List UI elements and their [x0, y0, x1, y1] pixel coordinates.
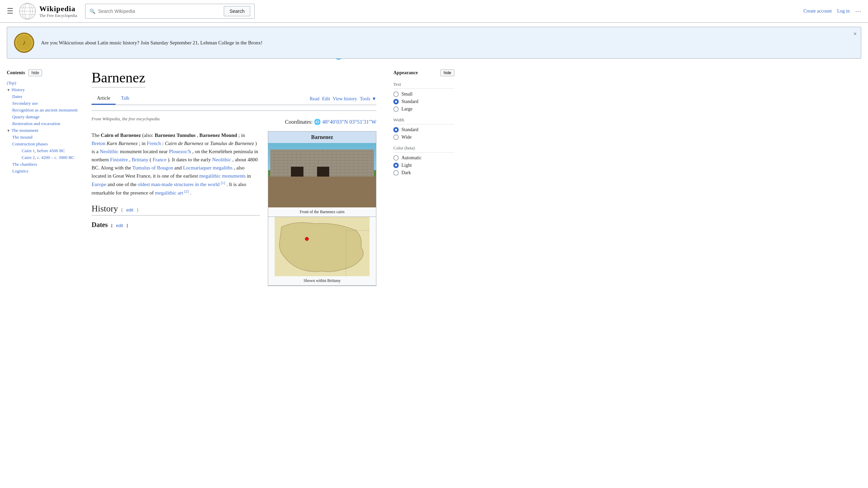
toc-link-history[interactable]: History: [12, 87, 25, 93]
text-standard-option[interactable]: Standard: [393, 99, 454, 104]
toc-header: Contents hide: [7, 69, 78, 76]
intro-monument: monument located near: [120, 149, 169, 154]
width-wide-radio[interactable]: [393, 135, 399, 140]
cairn-bold: Cairn of Barnenez: [101, 133, 141, 138]
coordinates-value[interactable]: 48°40′03″N 03°51′31″W: [322, 119, 376, 125]
intro-end: .: [190, 190, 191, 196]
color-section: Color (beta) Automatic Light Dark: [393, 145, 454, 176]
color-light-label: Light: [401, 163, 412, 168]
color-dark-option[interactable]: Dark: [393, 170, 454, 176]
appearance-hide-button[interactable]: hide: [440, 69, 454, 76]
toc-link-secondary-use[interactable]: Secondary use: [12, 101, 38, 106]
intro-text-before: The: [92, 133, 101, 138]
color-automatic-option[interactable]: Automatic: [393, 155, 454, 161]
tools-label: Tools: [360, 96, 370, 102]
infobox-cairn-image: [268, 143, 376, 207]
toc-toggle-history[interactable]: ▼: [7, 88, 10, 92]
ref-1-link[interactable]: [1]: [221, 181, 225, 185]
article-title: Barnenez: [92, 69, 145, 87]
color-automatic-radio[interactable]: [393, 155, 399, 161]
width-standard-radio[interactable]: [393, 127, 399, 133]
width-standard-option[interactable]: Standard: [393, 127, 454, 133]
color-dark-label: Dark: [401, 170, 411, 176]
search-area: 🔍 Search: [85, 4, 255, 19]
neolithic-link[interactable]: Neolithic: [100, 149, 119, 154]
europe-link[interactable]: Europe: [92, 182, 106, 187]
cairn-body: [270, 149, 374, 179]
banner-close-icon[interactable]: ×: [853, 30, 857, 38]
dates-heading-text: Dates: [92, 221, 108, 229]
finistere-link[interactable]: Finistère: [110, 157, 128, 162]
tab-talk[interactable]: Talk: [116, 93, 135, 105]
toc-link-cairn2[interactable]: Cairn 2, c. 4200 – c. 3900 BC: [22, 155, 74, 160]
tab-article[interactable]: Article: [92, 93, 116, 105]
toc-link-mound[interactable]: The mound: [12, 135, 33, 140]
toc-link-quarry[interactable]: Quarry damage: [12, 114, 40, 119]
tab-view-history[interactable]: View history: [333, 96, 357, 102]
text-small-option[interactable]: Small: [393, 92, 454, 97]
width-section: Width Standard Wide: [393, 117, 454, 140]
banner-text: Are you Wikicurious about Latin music hi…: [41, 40, 262, 46]
toc-link-monument[interactable]: The monument: [12, 128, 38, 133]
france-link[interactable]: France: [153, 157, 166, 162]
toc-hide-button[interactable]: hide: [28, 69, 42, 76]
toc-link-cairn1[interactable]: Cairn 1, before 4500 BC: [22, 148, 65, 153]
tab-edit[interactable]: Edit: [322, 96, 330, 102]
toc-toggle-monument[interactable]: ▼: [7, 129, 10, 133]
intro-in: in: [247, 173, 251, 179]
color-dark-radio[interactable]: [393, 170, 399, 176]
toc-construction-children: Cairn 1, before 4500 BC Cairn 2, c. 4200…: [22, 148, 78, 160]
appearance-title: Appearance: [393, 70, 418, 76]
text-small-radio[interactable]: [393, 92, 399, 97]
toc-link-logistics[interactable]: Logistics: [12, 168, 28, 174]
toc-link-top[interactable]: (Top): [7, 80, 16, 85]
megalithic-art-link[interactable]: megalithic art: [155, 190, 183, 196]
history-edit-link[interactable]: edit: [126, 207, 133, 212]
megalithic-monuments-link[interactable]: megalithic monuments: [199, 173, 246, 179]
search-input[interactable]: [98, 8, 221, 14]
create-account-link[interactable]: Create account: [803, 8, 832, 14]
text-large-radio[interactable]: [393, 106, 399, 112]
breton-link[interactable]: Breton: [92, 141, 105, 146]
width-standard-label: Standard: [401, 127, 418, 133]
color-light-radio[interactable]: [393, 163, 399, 168]
neolithic2-link[interactable]: Neolithic: [212, 157, 231, 162]
toc-link-restoration[interactable]: Restoration and excavation: [12, 121, 60, 126]
oldest-structures-link[interactable]: oldest man-made structures in the world: [138, 182, 219, 187]
text-large-option[interactable]: Large: [393, 106, 454, 112]
french-link[interactable]: French: [147, 141, 161, 146]
tab-read[interactable]: Read: [310, 96, 319, 102]
banner-coin-icon: ♪: [14, 33, 34, 53]
article-title-area: Barnenez 🌐 15 languages ▼: [92, 69, 376, 90]
table-of-contents: Contents hide (Top) ▼ History Dates Seco…: [7, 63, 81, 298]
tools-chevron-icon: ▼: [372, 96, 376, 102]
toc-section-monument: ▼ The monument The mound Construction ph…: [7, 128, 78, 174]
color-light-option[interactable]: Light: [393, 163, 454, 168]
tumulus-bougon-link[interactable]: Tumulus of Bougon: [132, 165, 173, 170]
brittany-link[interactable]: Brittany: [132, 157, 148, 162]
hamburger-menu-icon[interactable]: ☰: [7, 7, 14, 16]
toc-link-construction[interactable]: Construction phases: [12, 141, 48, 146]
wikipedia-logo-link[interactable]: Wikipedia The Free Encyclopedia: [19, 3, 77, 20]
dates-edit-link[interactable]: edit: [116, 223, 123, 228]
width-wide-label: Wide: [401, 135, 412, 140]
toc-link-chambers[interactable]: The chambers: [12, 162, 37, 167]
text-standard-radio[interactable]: [393, 99, 399, 104]
intro-paren: (: [150, 157, 151, 162]
search-button[interactable]: Search: [224, 6, 250, 16]
toc-item-construction: Construction phases: [12, 141, 78, 147]
more-options-icon[interactable]: ⋯: [855, 7, 861, 15]
log-in-link[interactable]: Log in: [837, 8, 850, 14]
plouezoch-link[interactable]: Plouezoc'h: [169, 149, 191, 154]
width-wide-option[interactable]: Wide: [393, 135, 454, 140]
toc-link-dates[interactable]: Dates: [12, 94, 22, 99]
tab-tools[interactable]: Tools ▼: [360, 96, 376, 102]
toc-link-recognition[interactable]: Recognition as an ancient monument: [12, 107, 78, 113]
intro-dates: ). It dates to the early: [168, 157, 212, 162]
locmariaquer-link[interactable]: Locmariaquer megaliths: [183, 165, 233, 170]
dates-edit-bracket-open: [: [111, 223, 113, 228]
svg-text:♪: ♪: [22, 39, 26, 46]
ref-2-link[interactable]: [2]: [184, 189, 189, 193]
toc-item-logistics: Logistics: [12, 168, 78, 174]
toc-item-restoration: Restoration and excavation: [12, 121, 78, 126]
